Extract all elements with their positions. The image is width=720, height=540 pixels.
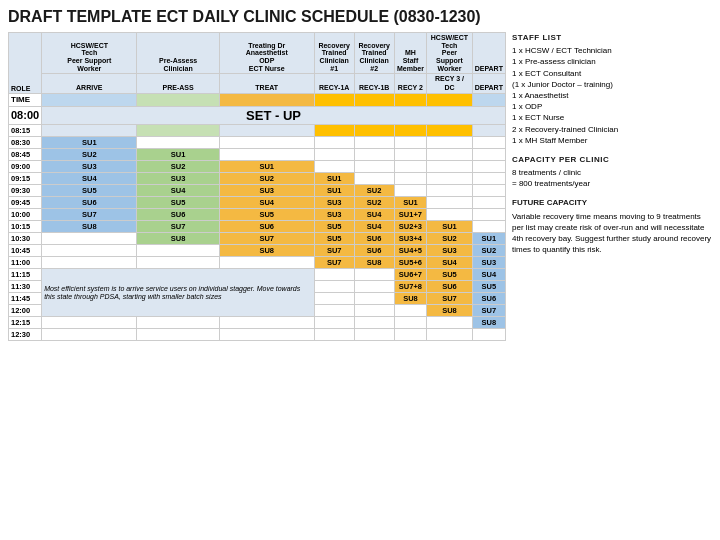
setup-label: SET - UP xyxy=(42,106,506,125)
staff-item-7: 2 x Recovery-trained Clinician xyxy=(512,124,712,135)
r1b-1100: SU8 xyxy=(354,257,394,269)
time-row-0915: 09:15 SU4 SU3 SU2 SU1 xyxy=(9,173,506,185)
su8-pre: SU8 xyxy=(137,233,219,245)
hcsw2-header: HCSW/ECTTechPeer SupportWorker xyxy=(427,33,472,74)
pre-ass-abbr: PRE-ASS xyxy=(137,74,219,94)
time-0900: 09:00 xyxy=(9,161,42,173)
arrive-abbr: ARRIVE xyxy=(42,74,137,94)
setup-row-0800: 08:00 SET - UP xyxy=(9,106,506,125)
staff-list-title: STAFF LIST xyxy=(512,32,712,43)
role-col-header: ROLE xyxy=(9,33,42,94)
time-1000: 10:00 xyxy=(9,209,42,221)
dep-1045: SU2 xyxy=(472,245,505,257)
staff-item-2: 1 x ECT Consultant xyxy=(512,68,712,79)
dep-1130: SU5 xyxy=(472,281,505,293)
r3-1045: SU3 xyxy=(427,245,472,257)
capacity-section: CAPACITY PER CLINIC 8 treatments / clini… xyxy=(512,154,712,190)
r1b-1030: SU6 xyxy=(354,233,394,245)
r2-1130: SU7+8 xyxy=(394,281,427,293)
time-0800: 08:00 xyxy=(9,106,42,125)
pre-assess-header: Pre-AssessClinician xyxy=(137,33,219,74)
r1b-1015: SU4 xyxy=(354,221,394,233)
time-label-row: TIME xyxy=(9,94,506,107)
su7-treat: SU7 xyxy=(219,233,314,245)
su6-treat: SU6 xyxy=(219,221,314,233)
depart-header: DEPART xyxy=(472,33,505,74)
page-title: DRAFT TEMPLATE ECT DAILY CLINIC SCHEDULE… xyxy=(8,8,712,26)
time-1230: 12:30 xyxy=(9,329,42,341)
r2-1030: SU3+4 xyxy=(394,233,427,245)
su1-rec1b: SU2 xyxy=(354,185,394,197)
r3-1100: SU4 xyxy=(427,257,472,269)
staff-section: STAFF LIST 1 x HCSW / ECT Technician 1 x… xyxy=(512,32,712,146)
time-1030: 10:30 xyxy=(9,233,42,245)
r3-1115: SU5 xyxy=(427,269,472,281)
time-0815: 08:15 xyxy=(9,125,42,137)
time-1045: 10:45 xyxy=(9,245,42,257)
time-1145: 11:45 xyxy=(9,293,42,305)
r3-1015: SU1 xyxy=(427,221,472,233)
main-content: ROLE HCSW/ECTTechPeer SupportWorker Pre-… xyxy=(8,32,712,341)
r2-1000: SU1+7 xyxy=(394,209,427,221)
time-1100: 11:00 xyxy=(9,257,42,269)
su5-pre: SU5 xyxy=(137,197,219,209)
su7-arrive: SU7 xyxy=(42,209,137,221)
time-1215: 12:15 xyxy=(9,317,42,329)
time-row-0815: 08:15 xyxy=(9,125,506,137)
future-text: Variable recovery time means moving to 9… xyxy=(512,211,712,256)
time-1200: 12:00 xyxy=(9,305,42,317)
time-0915: 09:15 xyxy=(9,173,42,185)
recy2-abbr: RECY 2 xyxy=(394,74,427,94)
r2-1145: SU8 xyxy=(394,293,427,305)
su6-arrive: SU6 xyxy=(42,197,137,209)
capacity-title: CAPACITY PER CLINIC xyxy=(512,154,712,165)
r3-1200: SU8 xyxy=(427,305,472,317)
left-section: ROLE HCSW/ECTTechPeer SupportWorker Pre-… xyxy=(8,32,506,341)
su5-arrive: SU5 xyxy=(42,185,137,197)
recy1a-abbr: RECY-1A xyxy=(314,74,354,94)
r2-1115: SU6+7 xyxy=(394,269,427,281)
su3-arrive: SU3 xyxy=(42,161,137,173)
staff-item-4: 1 x Anaesthetist xyxy=(512,90,712,101)
time-row-0900: 09:00 SU3 SU2 SU1 xyxy=(9,161,506,173)
r1a-1030: SU5 xyxy=(314,233,354,245)
r1a-1045: SU7 xyxy=(314,245,354,257)
depart-abbr: DEPART xyxy=(472,74,505,94)
staff-item-8: 1 x MH Staff Member xyxy=(512,135,712,146)
su4-arrive: SU4 xyxy=(42,173,137,185)
hcsw1-header: HCSW/ECTTechPeer SupportWorker xyxy=(42,33,137,74)
capacity-line-0: 8 treatments / clinic xyxy=(512,167,712,178)
treating-dr-header: Treating DrAnaesthetistODPECT Nurse xyxy=(219,33,314,74)
staff-item-0: 1 x HCSW / ECT Technician xyxy=(512,45,712,56)
r3-1145: SU7 xyxy=(427,293,472,305)
staff-item-5: 1 x ODP xyxy=(512,101,712,112)
su1-pre: SU1 xyxy=(137,149,219,161)
su4-pre: SU4 xyxy=(137,185,219,197)
time-0945: 09:45 xyxy=(9,197,42,209)
rec1-header: RecoveryTrainedClinician #1 xyxy=(314,33,354,74)
time-row-0945: 09:45 SU6 SU5 SU4 SU3 SU2 SU1 xyxy=(9,197,506,209)
su8-treat: SU8 xyxy=(219,245,314,257)
time-row-1000: 10:00 SU7 SU6 SU5 SU3 SU4 SU1+7 xyxy=(9,209,506,221)
r1b-0945: SU2 xyxy=(354,197,394,209)
su1-rec1a: SU1 xyxy=(314,173,354,185)
time-row-0845: 08:45 SU2 SU1 xyxy=(9,149,506,161)
dep-1115: SU4 xyxy=(472,269,505,281)
su7-pre: SU7 xyxy=(137,221,219,233)
schedule-table: ROLE HCSW/ECTTechPeer SupportWorker Pre-… xyxy=(8,32,506,341)
su4-treat: SU4 xyxy=(219,197,314,209)
r1a-1100: SU7 xyxy=(314,257,354,269)
dep-1200: SU7 xyxy=(472,305,505,317)
r1a-0945: SU3 xyxy=(314,197,354,209)
dep-1215: SU8 xyxy=(472,317,505,329)
r1b-1000: SU4 xyxy=(354,209,394,221)
mh-header: MH StaffMember xyxy=(394,33,427,74)
su1-treat: SU1 xyxy=(219,161,314,173)
recy1b-abbr: RECY-1B xyxy=(354,74,394,94)
r3-1030: SU2 xyxy=(427,233,472,245)
staff-item-1: 1 x Pre-assess clinician xyxy=(512,56,712,67)
capacity-line-1: = 800 treatments/year xyxy=(512,178,712,189)
time-row-1045: 10:45 SU8 SU7 SU6 SU4+5 SU3 SU2 xyxy=(9,245,506,257)
time-row-1115: 11:15 Most efficient system is to arrive… xyxy=(9,269,506,281)
time-1115: 11:15 xyxy=(9,269,42,281)
